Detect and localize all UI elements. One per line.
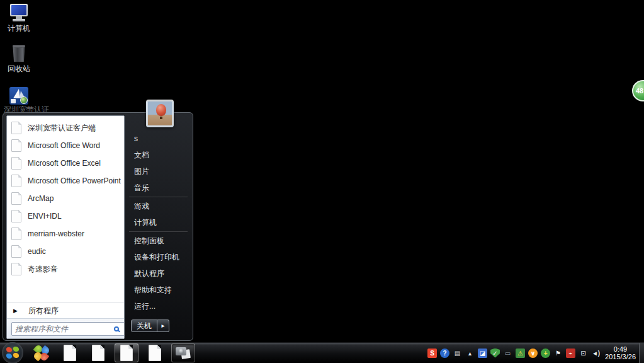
start-button[interactable] — [2, 342, 23, 363]
recycle-bin-icon — [12, 45, 26, 62]
taskbar-app-document-1[interactable] — [58, 343, 82, 362]
start-menu-right-item[interactable]: 音乐 — [127, 180, 189, 196]
printer-icon[interactable]: ▭ — [503, 349, 512, 358]
start-menu-program-item[interactable]: Microsoft Office Excel — [7, 154, 124, 172]
start-menu-right-item[interactable]: 文档 — [127, 147, 189, 163]
start-menu-program-item[interactable]: eudic — [7, 243, 124, 260]
start-menu: 深圳宽带认证客户端 Microsoft Office Word Microsof… — [3, 112, 193, 341]
program-label: 深圳宽带认证客户端 — [28, 123, 96, 134]
start-menu-program-item[interactable]: merriam-webster — [7, 225, 124, 243]
start-menu-right-item[interactable]: 默认程序 — [127, 265, 189, 282]
system-tray: S ? ▤ ▴ ◪ ✓ ▭ ⚠ ∨ + ⚑ ⌁ — [427, 349, 601, 358]
volume-icon[interactable]: ◄) — [591, 349, 601, 358]
help-bubble-icon[interactable]: ? — [440, 349, 449, 358]
taskbar-clock[interactable]: 0:49 2015/3/26 — [605, 345, 636, 360]
taskbar-apps — [30, 343, 195, 362]
all-programs-label: 所有程序 — [28, 306, 59, 316]
acceleration-ball[interactable]: 48 — [632, 80, 644, 101]
menu-divider — [129, 197, 188, 197]
document-icon — [11, 139, 21, 152]
program-label: Microsoft Office Excel — [28, 159, 101, 168]
menu-divider — [129, 231, 188, 232]
search-icon — [114, 326, 119, 331]
program-label: Microsoft Office PowerPoint — [28, 176, 121, 185]
start-menu-right-panel: s 文档 图片 音乐 游戏 计算机 控制面板 — [127, 113, 189, 338]
start-menu-program-item[interactable]: ArcMap — [7, 190, 124, 207]
document-icon — [11, 175, 21, 187]
taskbar-app-pinwheel-browser[interactable] — [30, 343, 54, 362]
document-icon — [11, 157, 21, 170]
show-desktop-button[interactable] — [639, 343, 644, 363]
user-picture[interactable] — [146, 100, 174, 127]
start-menu-program-item[interactable]: 深圳宽带认证客户端 — [7, 119, 124, 137]
clock-date: 2015/3/26 — [605, 353, 636, 360]
desktop-icon-broadband-client[interactable] — [3, 87, 35, 105]
network-icon[interactable]: ⊡ — [579, 349, 588, 358]
green-plus-ball-icon[interactable]: + — [541, 349, 550, 358]
user-name-item[interactable]: s — [127, 130, 189, 147]
document-icon — [11, 263, 21, 275]
power-plug-icon[interactable]: ⌁ — [566, 349, 575, 358]
search-band — [7, 318, 124, 338]
eco-warning-icon[interactable]: ⚠ — [516, 349, 525, 358]
show-hidden-icons[interactable]: ▴ — [465, 349, 475, 358]
computer-icon — [8, 4, 30, 21]
ime-toolbar-icon[interactable]: ▤ — [453, 349, 462, 358]
start-menu-right-item[interactable]: 运行... — [127, 298, 189, 314]
action-center-flag-icon[interactable]: ⚑ — [553, 349, 563, 358]
document-icon — [149, 345, 161, 361]
start-menu-right-item[interactable]: 图片 — [127, 163, 189, 180]
arrow-right-icon: ▶ — [13, 308, 18, 314]
taskbar-app-document-3[interactable] — [115, 343, 138, 362]
document-icon — [11, 245, 21, 258]
start-menu-program-item[interactable]: 奇速影音 — [7, 260, 124, 278]
start-menu-program-list: 深圳宽带认证客户端 Microsoft Office Word Microsof… — [7, 116, 124, 302]
photo-tool-icon[interactable]: ◪ — [478, 349, 487, 358]
start-menu-right-item[interactable]: 控制面板 — [127, 233, 189, 249]
program-label: 奇速影音 — [28, 264, 58, 275]
program-label: eudic — [28, 247, 46, 256]
clock-time: 0:49 — [605, 345, 636, 353]
desktop-icon-computer[interactable]: 计算机 — [3, 4, 35, 34]
taskbar-app-document-2[interactable] — [86, 343, 110, 362]
orange-ball-icon[interactable]: ∨ — [528, 349, 538, 358]
document-icon — [11, 122, 21, 134]
start-menu-program-item[interactable]: Microsoft Office Word — [7, 137, 124, 154]
start-menu-right-item[interactable]: 设备和打印机 — [127, 249, 189, 265]
start-menu-program-item[interactable]: ENVI+IDL — [7, 207, 124, 225]
security-shield-icon[interactable]: ✓ — [490, 349, 500, 358]
broadband-client-icon — [9, 87, 28, 105]
all-programs-button[interactable]: ▶ 所有程序 — [7, 302, 124, 318]
document-icon — [11, 210, 21, 222]
taskbar-app-device[interactable] — [171, 343, 195, 362]
acceleration-ball-value: 48 — [636, 87, 643, 95]
shutdown-row: 关机 — [131, 320, 169, 332]
program-label: merriam-webster — [28, 229, 84, 238]
taskbar-app-document-4[interactable] — [143, 343, 167, 362]
taskbar: S ? ▤ ▴ ◪ ✓ ▭ ⚠ ∨ + ⚑ ⌁ — [0, 342, 644, 363]
program-label: Microsoft Office Word — [28, 141, 100, 150]
balloon-image — [156, 104, 166, 116]
document-icon — [11, 228, 21, 240]
document-icon — [64, 345, 76, 361]
document-icon — [92, 345, 105, 361]
device-camera-icon — [175, 346, 191, 360]
desktop-icon-recycle-bin[interactable]: 回收站 — [3, 45, 35, 74]
pinwheel-browser-icon — [33, 345, 50, 361]
search-input[interactable] — [15, 325, 114, 333]
document-icon — [11, 192, 21, 205]
start-menu-right-item[interactable]: 帮助和支持 — [127, 282, 189, 298]
sogou-input-icon[interactable]: S — [427, 349, 437, 358]
shutdown-options-arrow[interactable] — [157, 320, 169, 332]
program-label: ArcMap — [28, 194, 54, 203]
shutdown-button[interactable]: 关机 — [131, 320, 157, 332]
start-menu-right-item[interactable]: 计算机 — [127, 214, 189, 231]
desktop: 计算机 回收站 深圳宽带认证 48 深圳宽带认证客户端 — [0, 0, 644, 363]
program-label: ENVI+IDL — [28, 212, 62, 221]
start-menu-right-item[interactable]: 游戏 — [127, 198, 189, 214]
start-menu-left-panel: 深圳宽带认证客户端 Microsoft Office Word Microsof… — [6, 115, 125, 339]
start-menu-program-item[interactable]: Microsoft Office PowerPoint — [7, 172, 124, 190]
search-box — [11, 322, 125, 336]
document-icon — [120, 345, 133, 361]
desktop-icon-label: 回收站 — [8, 64, 30, 74]
